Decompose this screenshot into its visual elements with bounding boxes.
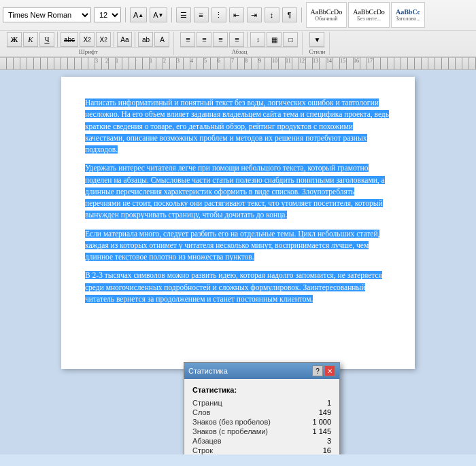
stat-value-pages: 1: [327, 399, 331, 407]
statistics-dialog-overlay: Статистика ? ✕ Статистика: Страниц 1 Сло…: [184, 362, 340, 454]
dialog-title: Статистика: [188, 367, 228, 375]
styles-preview-area: AaBbCcDo Обычный AaBbCcDo Без инте... Aa…: [306, 2, 426, 28]
decrease-indent-button[interactable]: ⇤: [229, 7, 244, 22]
line-spacing-button[interactable]: ↕: [250, 32, 265, 47]
stat-label-words: Слов: [192, 408, 210, 416]
style-no-spacing[interactable]: AaBbCcDo Без инте...: [348, 2, 390, 28]
paragraph-2: Удержать интерес читателя легче при помо…: [85, 162, 391, 221]
stat-row-words: Слов 149: [192, 408, 331, 417]
style-heading1[interactable]: AaBbCc Заголово...: [391, 2, 425, 28]
font-color-button[interactable]: А: [154, 32, 169, 47]
align-center-button[interactable]: ≡: [197, 32, 211, 47]
selected-text-3: Если материала много, следует разбить ег…: [85, 230, 379, 262]
selected-text-2: Удержать интерес читателя легче при помо…: [85, 164, 385, 219]
dialog-body: Статистика: Страниц 1 Слов 149 Знаков (б…: [184, 379, 339, 454]
styles-more-button[interactable]: ▼: [309, 32, 324, 47]
ruler: 3 2 1 · 1 2 3 4 5 6 7 8 9 10 11 12 13 14…: [0, 58, 476, 70]
shading-button[interactable]: ▦: [267, 32, 282, 47]
show-formatting-button[interactable]: ¶: [282, 7, 297, 22]
bold-button[interactable]: Ж: [7, 32, 22, 47]
paragraph-section-label: Абзац: [180, 47, 298, 55]
sort-button[interactable]: ↕: [265, 7, 279, 22]
stat-label-chars-no-spaces: Знаков (без пробелов): [192, 418, 271, 426]
shrink-font-button[interactable]: A▼: [150, 7, 167, 22]
font-name-select[interactable]: Times New Roman: [3, 7, 91, 22]
borders-button[interactable]: □: [283, 32, 298, 47]
stat-value-chars-with-spaces: 1 145: [312, 427, 331, 435]
document-area: Написать информативный и понятный текст …: [0, 70, 476, 454]
paragraph-1: Написать информативный и понятный текст …: [85, 97, 391, 156]
stat-row-paragraphs: Абзацев 3: [192, 436, 331, 446]
grow-font-button[interactable]: A▲: [130, 7, 147, 22]
multilevel-list-button[interactable]: ⋮: [211, 7, 226, 22]
separator1: [125, 7, 126, 22]
font-group: Ж К Ч abc X2 X2 Аа ab А Шрифт: [3, 32, 174, 55]
font-section-label: Шрифт: [7, 47, 169, 55]
dialog-titlebar: Статистика ? ✕: [184, 363, 339, 379]
statistics-dialog: Статистика ? ✕ Статистика: Страниц 1 Сло…: [184, 362, 340, 454]
italic-button[interactable]: К: [23, 32, 38, 47]
align-right-button[interactable]: ≡: [213, 32, 228, 47]
separator2: [171, 7, 172, 22]
selected-text-4: В 2-3 тысячах символов можно развить иде…: [85, 271, 382, 303]
sep-font3: [135, 32, 135, 47]
highlight-button[interactable]: ab: [138, 32, 153, 47]
dialog-controls: ? ✕: [312, 365, 335, 376]
stat-row-pages: Страниц 1: [192, 398, 331, 408]
document-page: Написать информативный и понятный текст …: [61, 77, 415, 369]
increase-indent-button[interactable]: ⇥: [247, 7, 262, 22]
dialog-subtitle: Статистика:: [192, 386, 331, 394]
stat-label-paragraphs: Абзацев: [192, 437, 222, 445]
styles-section-label: Стили: [309, 47, 325, 55]
stat-label-chars-with-spaces: Знаков (с пробелами): [192, 427, 268, 435]
paragraph-4: В 2-3 тысячах символов можно развить иде…: [85, 270, 391, 305]
superscript-button[interactable]: X2: [96, 32, 111, 47]
selected-text-1: Написать информативный и понятный текст …: [85, 98, 389, 154]
paragraph-group: ≡ ≡ ≡ ≡ ↕ ▦ □ Абзац: [176, 32, 303, 55]
toolbar-row1: Times New Roman 891011121416182024283648…: [0, 0, 476, 31]
stats-list: Страниц 1 Слов 149 Знаков (без пробелов)…: [192, 398, 331, 454]
separator3: [301, 7, 302, 22]
sep-font: [57, 32, 58, 47]
ruler-marks: 3 2 1 · 1 2 3 4 5 6 7 8 9 10 11 12 13 14…: [0, 58, 476, 69]
dialog-help-button[interactable]: ?: [312, 365, 323, 376]
sep-para: [247, 32, 248, 47]
sep-font2: [114, 32, 114, 47]
subscript-button[interactable]: X2: [80, 32, 95, 47]
align-justify-button[interactable]: ≡: [229, 32, 244, 47]
toolbar-area: Times New Roman 891011121416182024283648…: [0, 0, 476, 58]
style-normal[interactable]: AaBbCcDo Обычный: [306, 2, 347, 28]
styles-group: ▼ Стили: [305, 32, 330, 55]
stat-value-paragraphs: 3: [327, 437, 331, 445]
dialog-close-button[interactable]: ✕: [324, 365, 335, 376]
stat-label-lines: Строк: [192, 446, 213, 454]
stat-row-chars-with-spaces: Знаков (с пробелами) 1 145: [192, 427, 331, 436]
underline-button[interactable]: Ч: [39, 32, 54, 47]
paragraph-3: Если материала много, следует разбить ег…: [85, 228, 391, 264]
stat-row-lines: Строк 16: [192, 446, 331, 454]
change-case-button[interactable]: Аа: [117, 32, 132, 47]
align-left-button[interactable]: ≡: [180, 32, 195, 47]
stat-value-chars-no-spaces: 1 000: [312, 418, 331, 426]
stat-row-chars-no-spaces: Знаков (без пробелов) 1 000: [192, 417, 331, 427]
toolbar-row2: Ж К Ч abc X2 X2 Аа ab А Шрифт ≡ ≡ ≡ ≡: [0, 31, 476, 57]
numbering-button[interactable]: ≡: [194, 7, 209, 22]
bullets-button[interactable]: ☰: [176, 7, 191, 22]
strikethrough-button[interactable]: abc: [61, 32, 78, 47]
stat-label-pages: Страниц: [192, 399, 222, 407]
font-size-select[interactable]: 89101112141618202428364872: [94, 7, 121, 22]
page-content[interactable]: Написать информативный и понятный текст …: [85, 97, 391, 305]
stat-value-words: 149: [319, 408, 331, 416]
stat-value-lines: 16: [323, 446, 331, 454]
